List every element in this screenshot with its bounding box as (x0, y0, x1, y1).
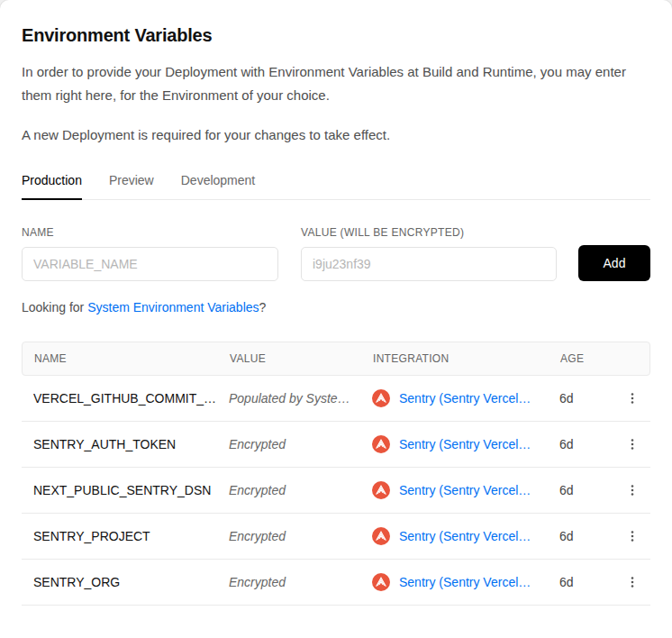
variable-value: Encrypted (229, 483, 372, 497)
system-env-variables-link[interactable]: System Environment Variables (87, 300, 259, 314)
variable-name-input[interactable] (22, 247, 278, 281)
variable-name: SENTRY_PROJECT (33, 529, 229, 543)
description-paragraph: In order to provide your Deployment with… (22, 60, 650, 107)
integration-cell: Sentry (Sentry Vercel… (372, 481, 559, 499)
add-variable-form: NAME VALUE (WILL BE ENCRYPTED) Add (22, 226, 650, 281)
variable-value-input[interactable] (301, 247, 557, 281)
row-menu-button[interactable] (622, 387, 643, 409)
hint-suffix: ? (259, 300, 267, 314)
kebab-menu-icon (626, 576, 639, 588)
kebab-menu-icon (626, 484, 639, 497)
sentry-icon (372, 389, 390, 407)
variable-value: Encrypted (229, 575, 372, 589)
variable-age: 6d (559, 529, 614, 543)
table-header-row: NAME VALUE INTEGRATION AGE (22, 342, 650, 376)
row-menu-button[interactable] (622, 525, 643, 547)
integration-link[interactable]: Sentry (Sentry Vercel… (399, 483, 531, 497)
variable-age: 6d (559, 483, 614, 497)
redeploy-note: A new Deployment is required for your ch… (22, 123, 650, 147)
sentry-icon (372, 481, 390, 499)
integration-link[interactable]: Sentry (Sentry Vercel… (399, 437, 531, 451)
table-row: SENTRY_PROJECT Encrypted Sentry (Sentry … (22, 514, 650, 560)
value-field-label: VALUE (WILL BE ENCRYPTED) (301, 226, 578, 239)
tab-production[interactable]: Production (22, 173, 82, 200)
table-row: SENTRY_AUTH_TOKEN Encrypted Sentry (Sent… (22, 422, 650, 468)
variable-name: VERCEL_GITHUB_COMMIT_… (33, 391, 229, 406)
variable-age: 6d (559, 575, 614, 589)
environment-tabs: Production Preview Development (22, 173, 650, 200)
variable-value: Populated by Syste… (229, 391, 372, 406)
column-header-age: AGE (560, 352, 613, 365)
row-menu-button[interactable] (622, 571, 643, 593)
sentry-icon (372, 527, 390, 545)
env-table-body: VERCEL_GITHUB_COMMIT_… Populated by Syst… (22, 376, 650, 606)
env-variables-table: NAME VALUE INTEGRATION AGE VERCEL_GITHUB… (22, 342, 650, 606)
tab-preview[interactable]: Preview (109, 173, 154, 200)
hint-prefix: Looking for (22, 300, 87, 314)
tab-development[interactable]: Development (181, 173, 256, 200)
system-env-hint: Looking for System Environment Variables… (22, 300, 650, 314)
variable-value: Encrypted (229, 437, 372, 451)
integration-cell: Sentry (Sentry Vercel… (372, 389, 559, 407)
page-title: Environment Variables (22, 25, 650, 46)
table-row: SENTRY_ORG Encrypted Sentry (Sentry Verc… (22, 560, 650, 606)
row-menu-button[interactable] (622, 433, 643, 455)
add-button[interactable]: Add (578, 245, 650, 281)
variable-name: SENTRY_ORG (33, 575, 229, 589)
column-header-name: NAME (34, 352, 230, 365)
name-field-label: NAME (22, 226, 301, 239)
integration-link[interactable]: Sentry (Sentry Vercel… (399, 575, 531, 589)
variable-name: SENTRY_AUTH_TOKEN (33, 437, 229, 451)
table-row: VERCEL_GITHUB_COMMIT_… Populated by Syst… (22, 376, 650, 422)
variable-age: 6d (559, 437, 614, 451)
sentry-icon (372, 573, 390, 591)
integration-cell: Sentry (Sentry Vercel… (372, 527, 559, 545)
integration-link[interactable]: Sentry (Sentry Vercel… (399, 529, 531, 543)
integration-link[interactable]: Sentry (Sentry Vercel… (399, 391, 531, 406)
kebab-menu-icon (626, 438, 639, 451)
integration-cell: Sentry (Sentry Vercel… (372, 435, 559, 453)
sentry-icon (372, 435, 390, 453)
variable-age: 6d (559, 391, 614, 406)
variable-value: Encrypted (229, 529, 372, 543)
variable-name: NEXT_PUBLIC_SENTRY_DSN (33, 483, 229, 497)
kebab-menu-icon (626, 530, 639, 542)
column-header-integration: INTEGRATION (373, 352, 560, 365)
kebab-menu-icon (626, 392, 639, 405)
column-header-value: VALUE (230, 352, 373, 365)
integration-cell: Sentry (Sentry Vercel… (372, 573, 559, 591)
environment-variables-panel: Environment Variables In order to provid… (0, 0, 672, 638)
row-menu-button[interactable] (622, 479, 643, 501)
table-row: NEXT_PUBLIC_SENTRY_DSN Encrypted Sentry … (22, 468, 650, 514)
